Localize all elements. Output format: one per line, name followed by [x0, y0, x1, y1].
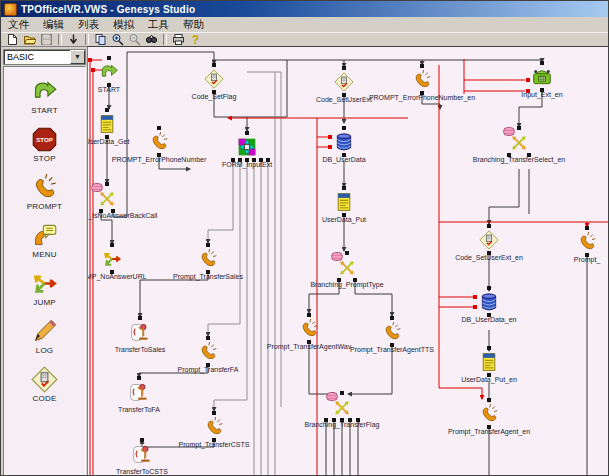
log-icon [31, 318, 58, 345]
port [140, 438, 144, 442]
palette-item-prompt[interactable]: PROMPT [4, 174, 85, 211]
node-prompt-right[interactable] [577, 232, 597, 252]
start-icon [31, 78, 58, 105]
open-button[interactable] [21, 33, 38, 46]
palette-item-jump[interactable]: JUMP [4, 270, 85, 307]
node-transfertosales[interactable] [130, 322, 150, 342]
port [487, 224, 491, 228]
node-label-code-setflag: Code_SetFlag [192, 93, 237, 100]
palette-item-log[interactable]: LOG [4, 318, 85, 355]
help-button[interactable]: ? [187, 33, 204, 46]
transfer-icon [130, 322, 150, 342]
port [245, 131, 249, 135]
node-form-inputext[interactable] [237, 137, 257, 157]
menu-item-6[interactable]: 帮助 [176, 17, 211, 32]
palette-item-stop[interactable]: STOPSTOP [4, 126, 85, 163]
node-input-ext-en[interactable] [532, 67, 552, 87]
palette-item-start[interactable]: START [4, 78, 85, 115]
node-db-userdata-en[interactable] [479, 292, 499, 312]
port [105, 135, 109, 139]
port [345, 251, 349, 255]
palette-item-menu[interactable]: MENU [4, 222, 85, 259]
node-code-setflag[interactable] [204, 69, 224, 89]
menu-item-1[interactable]: 文件 [1, 17, 36, 32]
menu-icon [31, 222, 58, 249]
node-code-setuserext-en[interactable] [479, 230, 499, 250]
find-button[interactable] [143, 33, 160, 46]
port [157, 153, 161, 157]
prompt-icon [31, 174, 58, 201]
port [342, 126, 346, 130]
node-userdata-put[interactable] [334, 192, 354, 212]
port-red [526, 89, 530, 93]
palette-item-label: MENU [32, 250, 56, 259]
window-title: TPOfficeIVR.VWS - Genesys Studio [21, 4, 195, 15]
node-userdata-put-en[interactable] [479, 352, 499, 372]
node-code-setuserext[interactable] [334, 72, 354, 92]
port [353, 278, 357, 282]
node-label-prompt-right: Prompt_ [574, 256, 600, 263]
port [390, 343, 394, 347]
port [487, 313, 491, 317]
node-prompt-transferagent-en[interactable] [479, 404, 499, 424]
node-prompt-transfersales[interactable] [198, 249, 218, 269]
new-button[interactable] [4, 33, 21, 46]
node-transfertofa[interactable] [129, 382, 149, 402]
title-bar[interactable]: TPOfficeIVR.VWS - Genesys Studio [1, 1, 608, 17]
red-marker [88, 58, 92, 62]
save-button[interactable] [38, 33, 55, 46]
print-button[interactable] [170, 33, 187, 46]
node-prompt-transfercsts[interactable] [204, 417, 224, 437]
port [420, 64, 424, 68]
node-jump-noanswerurl[interactable] [102, 249, 122, 269]
node-prompt-errorphonenumber[interactable] [149, 132, 169, 152]
code-icon [479, 230, 499, 250]
stop-icon: STOP [31, 126, 58, 153]
port [212, 411, 216, 415]
zoom-in-icon [111, 33, 124, 46]
palette-item-label: STOP [33, 154, 55, 163]
form-icon [237, 137, 257, 157]
port [342, 186, 346, 190]
node-start[interactable] [99, 62, 119, 82]
menu-item-3[interactable]: 列表 [71, 17, 106, 32]
port-red [473, 305, 477, 309]
code-icon [31, 366, 58, 393]
zoom-in-button[interactable] [109, 33, 126, 46]
node-userdata-get[interactable] [97, 114, 117, 134]
node-db-userdata[interactable] [334, 132, 354, 152]
node-transfertocsts[interactable] [132, 444, 152, 464]
node-label-db-userdata: DB_UserData [322, 156, 365, 163]
port [138, 316, 142, 320]
node-prompt-transferagenttts[interactable] [382, 322, 402, 342]
node-prompt-transferfa[interactable] [198, 342, 218, 362]
palette-item-code[interactable]: CODE [4, 366, 85, 403]
zoom-out-button[interactable] [126, 33, 143, 46]
copy-button[interactable] [92, 33, 109, 46]
menu-item-4[interactable]: 模拟 [106, 17, 141, 32]
port [137, 376, 141, 380]
node-label-start: START [98, 86, 120, 93]
down-arrow-button[interactable] [65, 33, 82, 46]
node-prompt-errorphonenumber-en[interactable] [412, 70, 432, 90]
toolbar-separator [58, 34, 62, 45]
port [252, 158, 256, 162]
prompt-icon [299, 319, 319, 339]
port [337, 278, 341, 282]
node-label-form-inputext: FORM_InputExt [222, 161, 272, 168]
port [110, 243, 114, 247]
port [356, 418, 360, 422]
flow-canvas[interactable]: STARTUserData_GetBranching_IsNoAnswerBac… [87, 46, 609, 476]
menu-item-5[interactable]: 工具 [141, 17, 176, 32]
node-prompt-transferagentwav[interactable] [299, 319, 319, 339]
port-red [328, 135, 332, 139]
node-label-prompt-errorphonenumber: PROMPT_ErrorPhoneNumber [112, 156, 207, 163]
port [110, 270, 114, 274]
toolbar-separator [163, 34, 167, 45]
port [342, 213, 346, 217]
chevron-down-icon[interactable]: ▼ [70, 50, 85, 64]
transfer-icon [132, 444, 152, 464]
save-icon [40, 33, 53, 46]
palette-category-dropdown[interactable]: BASIC ▼ [3, 49, 86, 65]
menu-item-2[interactable]: 编辑 [36, 17, 71, 32]
